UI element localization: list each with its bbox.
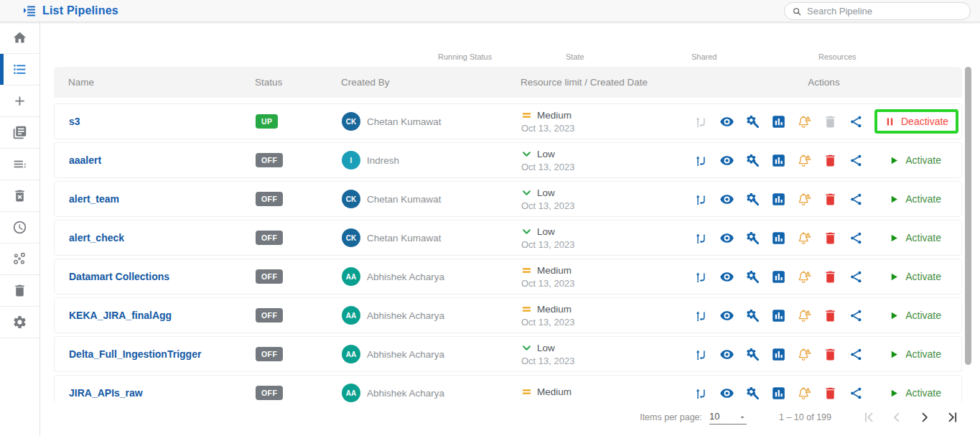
share-icon[interactable]	[849, 231, 864, 246]
pipeline-name-link[interactable]: aaalert	[69, 154, 101, 166]
delete-icon[interactable]	[823, 192, 838, 207]
alerts-icon[interactable]	[797, 347, 812, 362]
share-icon[interactable]	[849, 269, 864, 284]
created-date: Oct 13, 2023	[521, 200, 686, 211]
settings-run-icon[interactable]	[745, 153, 760, 168]
share-icon[interactable]	[849, 386, 864, 401]
view-icon[interactable]	[719, 153, 734, 168]
previous-page-icon[interactable]	[890, 410, 904, 425]
settings-run-icon[interactable]	[745, 386, 760, 401]
pipeline-flow-icon[interactable]	[694, 269, 709, 284]
search-input[interactable]	[807, 6, 963, 17]
delete-icon[interactable]	[823, 153, 838, 168]
resource-limit: Low	[537, 149, 555, 159]
avatar: CK	[342, 112, 360, 131]
pipeline-name-link[interactable]: Delta_Full_IngestionTrigger	[69, 348, 201, 360]
sidebar-item-trash[interactable]	[0, 275, 39, 307]
analytics-icon[interactable]	[771, 192, 786, 207]
activate-button[interactable]: Activate	[879, 148, 951, 172]
pipeline-name-link[interactable]: alert_team	[69, 193, 119, 205]
alerts-icon[interactable]	[797, 192, 812, 207]
delete-icon[interactable]	[823, 386, 838, 401]
pipeline-name-link[interactable]: KEKA_JIRA_finalAgg	[69, 310, 172, 321]
sidebar-item-pipelines[interactable]	[0, 54, 39, 85]
analytics-icon[interactable]	[771, 231, 786, 246]
delete-icon[interactable]	[823, 308, 838, 323]
alerts-icon[interactable]	[797, 114, 812, 129]
next-page-icon[interactable]	[918, 410, 932, 425]
pipeline-flow-icon[interactable]	[694, 231, 709, 246]
delete-icon[interactable]	[823, 269, 838, 284]
created-date: Oct 13, 2023	[521, 356, 686, 366]
activate-button[interactable]: Activate	[879, 187, 951, 211]
last-page-icon[interactable]	[946, 410, 960, 425]
settings-run-icon[interactable]	[745, 231, 760, 246]
settings-run-icon[interactable]	[745, 347, 760, 362]
analytics-icon[interactable]	[771, 308, 786, 323]
pipeline-name-link[interactable]: JIRA_APIs_raw	[69, 387, 143, 399]
share-icon[interactable]	[849, 308, 864, 323]
analytics-icon[interactable]	[771, 114, 786, 129]
view-icon[interactable]	[719, 192, 734, 207]
avatar: AA	[342, 384, 360, 402]
share-icon[interactable]	[849, 347, 864, 362]
status-badge: OFF	[256, 269, 283, 284]
analytics-icon[interactable]	[771, 386, 786, 401]
analytics-icon[interactable]	[771, 347, 786, 362]
view-icon[interactable]	[719, 386, 734, 401]
sidebar-item-connections[interactable]	[0, 243, 39, 275]
search-box[interactable]	[784, 2, 971, 20]
sidebar-item-home[interactable]	[0, 22, 39, 54]
analytics-icon[interactable]	[771, 269, 786, 284]
pipeline-flow-icon[interactable]	[694, 192, 709, 207]
sidebar-item-add-pipeline[interactable]	[0, 85, 39, 117]
column-header-actions: Actions	[686, 77, 962, 88]
sidebar-item-history[interactable]	[0, 212, 39, 243]
view-icon[interactable]	[719, 347, 734, 362]
sidebar-item-delete-forever[interactable]	[0, 180, 39, 212]
alerts-icon[interactable]	[797, 231, 812, 246]
sidebar-item-pipeline-details[interactable]	[0, 149, 39, 180]
view-icon[interactable]	[719, 269, 734, 284]
activate-button[interactable]: Activate	[879, 226, 951, 250]
pipeline-name-link[interactable]: Datamart Collections	[69, 271, 169, 282]
delete-icon[interactable]	[823, 114, 838, 129]
view-icon[interactable]	[719, 308, 734, 323]
pipeline-flow-icon[interactable]	[694, 114, 709, 129]
view-icon[interactable]	[719, 231, 734, 246]
view-icon[interactable]	[719, 114, 734, 129]
settings-run-icon[interactable]	[745, 114, 760, 129]
pipeline-name-link[interactable]: alert_check	[69, 232, 124, 243]
alerts-icon[interactable]	[797, 308, 812, 323]
settings-run-icon[interactable]	[745, 308, 760, 323]
share-icon[interactable]	[849, 192, 864, 207]
share-icon[interactable]	[849, 114, 864, 129]
share-icon[interactable]	[849, 153, 864, 168]
activate-button[interactable]: Activate	[879, 264, 951, 289]
resource-limit: Medium	[537, 304, 571, 315]
pipeline-name-link[interactable]: s3	[69, 116, 80, 127]
settings-run-icon[interactable]	[745, 192, 760, 207]
analytics-icon[interactable]	[771, 153, 786, 168]
activate-button[interactable]: Activate	[879, 342, 951, 366]
first-page-icon[interactable]	[862, 410, 876, 425]
sidebar	[0, 22, 40, 436]
delete-icon[interactable]	[823, 347, 838, 362]
pipeline-flow-icon[interactable]	[694, 347, 709, 362]
activate-button[interactable]: Activate	[879, 381, 951, 402]
alerts-icon[interactable]	[797, 386, 812, 401]
resource-limit: Medium	[537, 110, 571, 121]
alerts-icon[interactable]	[797, 269, 812, 284]
activate-button[interactable]: Activate	[879, 303, 951, 328]
delete-icon[interactable]	[823, 231, 838, 246]
alerts-icon[interactable]	[797, 153, 812, 168]
pipeline-flow-icon[interactable]	[694, 386, 709, 401]
pipeline-flow-icon[interactable]	[694, 308, 709, 323]
deactivate-button[interactable]: Deactivate	[874, 109, 958, 134]
sidebar-item-pipeline-library[interactable]	[0, 117, 39, 149]
items-per-page-select[interactable]: 10	[709, 411, 747, 425]
vertical-scrollbar[interactable]	[965, 67, 971, 365]
pipeline-flow-icon[interactable]	[694, 153, 709, 168]
sidebar-item-settings[interactable]	[0, 307, 39, 338]
settings-run-icon[interactable]	[745, 269, 760, 284]
